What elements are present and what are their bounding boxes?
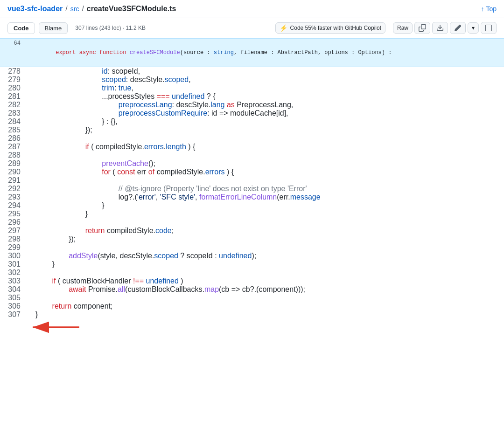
table-row: 286 — [0, 134, 504, 143]
table-row: 295 } — [0, 210, 504, 218]
sep1: / — [65, 5, 67, 13]
table-row: 289 preventCache(); — [0, 159, 504, 168]
edit-icon — [454, 24, 462, 32]
table-row: 294 } — [0, 201, 504, 210]
raw-button[interactable]: Raw — [393, 22, 413, 34]
toolbar: Code Blame 307 lines (243 loc) · 11.2 KB… — [0, 18, 504, 38]
table-row: 288 — [0, 151, 504, 159]
table-row: 302 — [0, 269, 504, 277]
table-row: 282 preprocessLang: descStyle.lang as Pr… — [0, 101, 504, 109]
copilot-text: Code 55% faster with GitHub Copilot — [290, 25, 381, 31]
table-row: 307 } — [0, 310, 504, 319]
dir-link[interactable]: src — [70, 5, 79, 13]
code-tab[interactable]: Code — [7, 22, 35, 34]
top-link[interactable]: ↑ Top — [481, 5, 497, 13]
copy-button[interactable] — [414, 22, 430, 34]
download-icon — [436, 24, 444, 32]
blame-tab[interactable]: Blame — [39, 22, 68, 34]
table-row: 293 log?.('error', 'SFC style', formatEr… — [0, 193, 504, 201]
breadcrumb: vue3-sfc-loader / src / createVue3SFCMod… — [7, 5, 176, 13]
table-row: 283 preprocessCustomRequire: id => modul… — [0, 109, 504, 117]
table-row: 297 return compiledStyle.code; — [0, 227, 504, 235]
header-line-num: 64 — [0, 39, 28, 67]
top-label: Top — [486, 5, 497, 13]
sep2: / — [82, 5, 84, 13]
repo-link[interactable]: vue3-sfc-loader — [7, 5, 63, 13]
symbols-button[interactable] — [481, 22, 497, 34]
table-row: 305 — [0, 294, 504, 302]
header-line-code: export async function createSFCModule(so… — [28, 39, 504, 67]
table-row: 291 — [0, 176, 504, 185]
page-header: vue3-sfc-loader / src / createVue3SFCMod… — [0, 0, 504, 18]
copilot-icon: ⚡ — [280, 24, 287, 32]
more-button[interactable]: ▾ — [468, 22, 479, 34]
table-row: 284 } : {}, — [0, 117, 504, 126]
table-row: 296 — [0, 218, 504, 227]
table-row: 292 // @ts-ignore (Property 'line' does … — [0, 185, 504, 193]
download-button[interactable] — [432, 22, 448, 34]
table-row: 281 ...processStyles === undefined ? { — [0, 92, 504, 101]
table-row: 298 }); — [0, 235, 504, 243]
table-row: 300 addStyle(style, descStyle.scoped ? s… — [0, 252, 504, 260]
table-row: 304 await Promise.all(customBlockCallbac… — [0, 285, 504, 294]
code-header-line: 64 export async function createSFCModule… — [0, 38, 504, 67]
table-row: 278 id: scopeId, — [0, 67, 504, 76]
edit-button[interactable] — [450, 22, 466, 34]
arrow-icon — [28, 321, 84, 334]
symbols-icon — [485, 24, 492, 32]
filename: createVue3SFCModule.ts — [87, 5, 176, 13]
code-lines: 278 id: scopeId, 279 scoped: descStyle.s… — [0, 67, 504, 338]
table-row: 280 trim: true, — [0, 84, 504, 92]
table-row: 303 if ( customBlockHandler !== undefine… — [0, 277, 504, 285]
table-row: 287 if ( compiledStyle.errors.length ) { — [0, 143, 504, 151]
table-row: 285 }); — [0, 126, 504, 134]
file-meta: 307 lines (243 loc) · 11.2 KB — [75, 25, 146, 31]
copy-icon — [419, 24, 426, 32]
code-container: 64 export async function createSFCModule… — [0, 38, 504, 338]
table-row: 306 return component; — [0, 302, 504, 310]
arrow-annotation — [0, 319, 504, 338]
copilot-badge: ⚡ Code 55% faster with GitHub Copilot — [275, 22, 385, 34]
toolbar-actions: Raw ▾ — [393, 22, 497, 34]
table-row: 290 for ( const err of compiledStyle.err… — [0, 168, 504, 176]
table-row: 279 scoped: descStyle.scoped, — [0, 76, 504, 84]
table-row: 301 } — [0, 260, 504, 269]
up-arrow-icon: ↑ — [481, 5, 484, 13]
table-row: 299 — [0, 243, 504, 252]
